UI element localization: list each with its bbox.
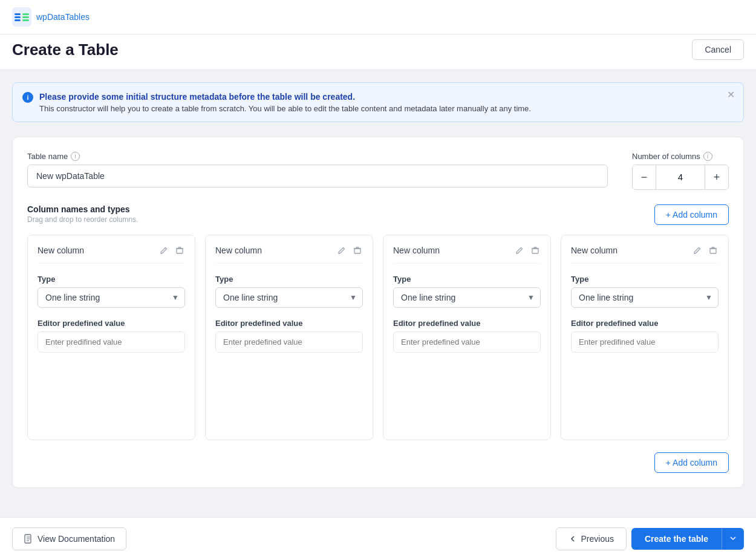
- page-title-row: Create a Table Cancel: [0, 34, 756, 70]
- page-title: Create a Table: [12, 41, 119, 59]
- info-icon: i: [22, 92, 33, 103]
- brand-logo: [12, 7, 31, 27]
- column-name-1: New column: [37, 246, 84, 255]
- predefined-input-1[interactable]: [37, 331, 185, 353]
- type-label-3: Type: [393, 275, 541, 284]
- top-bar: wpDataTables: [0, 0, 756, 34]
- info-text: Please provide some initial structure me…: [39, 91, 531, 113]
- column-card-header-4: New column: [571, 245, 719, 264]
- edit-icon: [160, 246, 168, 255]
- edit-icon: [515, 246, 524, 255]
- close-banner-button[interactable]: ✕: [727, 90, 735, 100]
- svg-rect-7: [177, 249, 183, 253]
- type-select-1[interactable]: One line string Integer Float Date: [37, 287, 185, 308]
- type-select-4[interactable]: One line string Integer Float Date: [571, 287, 719, 308]
- type-label-2: Type: [215, 275, 363, 284]
- chevron-left-icon: [569, 535, 577, 543]
- svg-rect-9: [532, 249, 538, 253]
- num-columns-label: Number of columns i: [632, 152, 729, 161]
- previous-button[interactable]: Previous: [556, 527, 626, 550]
- trash-icon: [531, 246, 539, 255]
- predefined-input-4[interactable]: [571, 331, 719, 353]
- column-card-1: New column: [27, 235, 195, 440]
- edit-icon: [693, 246, 702, 255]
- delete-column-4-button[interactable]: [708, 245, 719, 256]
- create-table-button[interactable]: Create the table: [631, 528, 722, 550]
- view-documentation-button[interactable]: View Documentation: [12, 527, 126, 550]
- svg-rect-4: [22, 13, 29, 15]
- column-card-3: New column: [383, 235, 551, 440]
- column-name-4: New column: [571, 246, 618, 255]
- column-name-3: New column: [393, 246, 440, 255]
- svg-rect-10: [710, 249, 716, 253]
- column-name-2: New column: [215, 246, 262, 255]
- edit-column-4-button[interactable]: [692, 245, 703, 256]
- add-column-top-button[interactable]: + Add column: [654, 204, 729, 225]
- increment-columns-button[interactable]: +: [705, 165, 728, 189]
- add-column-bottom: + Add column: [27, 452, 729, 473]
- predefined-label-1: Editor predefined value: [37, 319, 185, 328]
- svg-rect-2: [15, 16, 21, 18]
- create-button-group: Create the table: [631, 528, 744, 550]
- predefined-label-4: Editor predefined value: [571, 319, 719, 328]
- predefined-label-2: Editor predefined value: [215, 319, 363, 328]
- column-card-2: New column: [205, 235, 373, 440]
- num-columns-control: − 4 +: [632, 164, 729, 190]
- columns-header: Column names and types Drag and drop to …: [27, 204, 729, 225]
- trash-icon: [709, 246, 717, 255]
- cancel-button[interactable]: Cancel: [692, 39, 744, 60]
- trash-icon: [175, 246, 184, 255]
- form-top-row: Table name i Number of columns i − 4 +: [27, 152, 729, 190]
- document-icon: [24, 534, 33, 544]
- column-card-header-3: New column: [393, 245, 541, 264]
- svg-rect-8: [354, 249, 360, 253]
- banner-description: This constructor will help you to create…: [39, 104, 531, 113]
- table-name-input[interactable]: [27, 164, 608, 187]
- columns-title: Column names and types: [27, 204, 138, 214]
- delete-column-3-button[interactable]: [530, 245, 541, 256]
- edit-icon: [337, 246, 346, 255]
- banner-title: Please provide some initial structure me…: [39, 92, 355, 102]
- columns-grid: New column: [27, 235, 729, 440]
- footer: View Documentation Previous Create the t…: [0, 517, 756, 560]
- type-label-1: Type: [37, 275, 185, 284]
- chevron-down-icon: [729, 535, 737, 542]
- type-select-2[interactable]: One line string Integer Float Date: [215, 287, 363, 308]
- main-content: i Please provide some initial structure …: [0, 70, 756, 517]
- edit-column-2-button[interactable]: [336, 245, 347, 256]
- edit-column-3-button[interactable]: [514, 245, 525, 256]
- predefined-input-3[interactable]: [393, 331, 541, 353]
- add-column-bottom-button[interactable]: + Add column: [654, 452, 729, 473]
- decrement-columns-button[interactable]: −: [633, 165, 656, 189]
- brand-name: wpDataTables: [36, 12, 90, 22]
- column-card-header-2: New column: [215, 245, 363, 264]
- drag-hint: Drag and drop to reorder columns.: [27, 215, 138, 224]
- predefined-label-3: Editor predefined value: [393, 319, 541, 328]
- column-card-4: New column: [561, 235, 729, 440]
- footer-right: Previous Create the table: [556, 527, 744, 550]
- table-name-group: Table name i: [27, 152, 608, 187]
- form-section: Table name i Number of columns i − 4 +: [12, 137, 744, 488]
- info-banner: i Please provide some initial structure …: [12, 82, 744, 122]
- svg-rect-5: [22, 16, 29, 18]
- edit-column-1-button[interactable]: [158, 245, 169, 256]
- trash-icon: [353, 246, 362, 255]
- num-columns-group: Number of columns i − 4 +: [632, 152, 729, 190]
- delete-column-1-button[interactable]: [174, 245, 185, 256]
- type-select-3[interactable]: One line string Integer Float Date: [393, 287, 541, 308]
- svg-rect-1: [15, 13, 21, 15]
- table-name-info-icon[interactable]: i: [71, 152, 80, 161]
- svg-rect-6: [22, 19, 29, 21]
- num-columns-info-icon[interactable]: i: [703, 152, 712, 161]
- delete-column-2-button[interactable]: [352, 245, 363, 256]
- svg-rect-3: [15, 19, 21, 21]
- type-label-4: Type: [571, 275, 719, 284]
- table-name-label: Table name i: [27, 152, 608, 161]
- create-table-dropdown-button[interactable]: [722, 528, 744, 550]
- predefined-input-2[interactable]: [215, 331, 363, 353]
- column-card-header-1: New column: [37, 245, 185, 264]
- num-columns-display: 4: [656, 165, 705, 189]
- brand: wpDataTables: [12, 7, 90, 27]
